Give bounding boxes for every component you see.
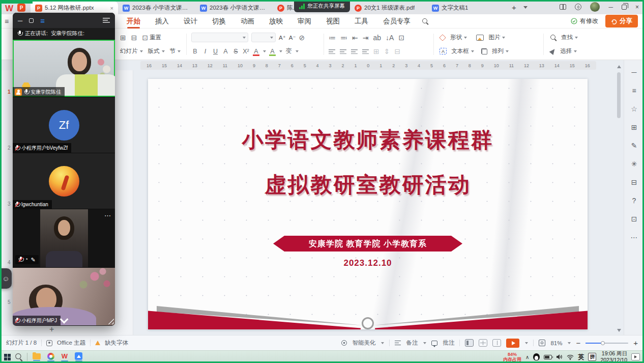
new-slide-plus-button[interactable]: + (49, 325, 54, 334)
smart-beautify-button[interactable]: 智能美化 (352, 339, 375, 347)
bullets-list-icon[interactable]: ≔ (329, 34, 336, 41)
document-tab[interactable]: P20文1 班级课表.pdf (350, 2, 427, 14)
font-style-a[interactable]: A (222, 48, 229, 55)
start-button[interactable] (4, 354, 11, 360)
slide-thumbnail-number[interactable]: 2 (8, 145, 11, 151)
text-direction-icon[interactable]: ab (373, 34, 381, 41)
font-name-select[interactable] (191, 33, 248, 42)
participant-tile[interactable]: lgwchuntian (13, 153, 115, 209)
properties-icon[interactable]: ≡ (632, 87, 636, 95)
menu-tab-开始[interactable]: 开始 (126, 15, 141, 28)
resize-handle[interactable] (107, 318, 114, 324)
font-style-s[interactable]: S (232, 48, 240, 55)
document-tab[interactable]: W文字文稿1 (427, 2, 505, 14)
meeting-minimize-icon[interactable]: ─ (18, 17, 22, 24)
taskbar-app-wps[interactable]: W (61, 353, 68, 361)
reader-icon[interactable]: ⊟ (631, 178, 637, 186)
menu-tab-会员专享[interactable]: 会员专享 (383, 15, 411, 28)
slide-banner[interactable]: 安康学院 教育学院 小学教育系 (273, 236, 462, 252)
transition-icon[interactable]: ⊞ (631, 123, 637, 131)
menu-tab-动画[interactable]: 动画 (240, 15, 255, 28)
menu-tab-切换[interactable]: 切换 (212, 15, 226, 28)
close-tab-icon[interactable]: × (110, 5, 113, 11)
slide-date[interactable]: 2023.12.10 (148, 258, 588, 268)
slide-title-line1[interactable]: 小学语文教师素养课程群 (148, 126, 588, 154)
section-button[interactable]: 节 (170, 47, 181, 55)
main-menu-icon[interactable]: ≡ (5, 17, 9, 25)
fit-slide-icon[interactable] (539, 340, 545, 346)
share-button[interactable]: 分享 (605, 15, 638, 27)
tab-list-dropdown-icon[interactable] (523, 6, 528, 9)
zoom-slider-knob[interactable] (601, 341, 605, 345)
theme-label[interactable]: Office 主题 (57, 339, 85, 347)
slide-thumbnail-number[interactable]: 3 (8, 201, 11, 207)
slide-layout-button[interactable]: 版式 (148, 47, 165, 55)
modified-status[interactable]: 有修改 (571, 17, 598, 25)
wps-logo[interactable]: W (5, 4, 13, 13)
document-tab[interactable]: W2023春 小学语文课程与教 (118, 2, 195, 14)
meeting-titlebar[interactable]: ─ ≡ (13, 13, 115, 28)
font-color-button[interactable]: A (252, 48, 260, 55)
align-right-icon[interactable] (351, 49, 358, 54)
slide-sorter-view-button[interactable] (479, 339, 487, 347)
slide-title-line2[interactable]: 虚拟教研室教研活动 (148, 171, 588, 199)
font-style-x²[interactable]: X² (242, 48, 250, 55)
meeting-reactions-button[interactable]: ☺ (0, 268, 12, 289)
presentation-app-icon[interactable]: P (17, 4, 25, 12)
battery-icon[interactable] (544, 355, 552, 359)
help-icon[interactable]: ? (632, 197, 636, 205)
docer-icon[interactable] (575, 4, 581, 10)
align-center-icon[interactable] (340, 49, 346, 54)
shrink-font-button[interactable]: A⁻ (289, 34, 296, 41)
participant-tile[interactable]: 小程序用户MPJ (13, 267, 115, 325)
meeting-participant-list-icon[interactable]: ≡ (40, 16, 45, 25)
normal-view-button[interactable] (465, 339, 474, 347)
insert-picture-button[interactable]: 图片 (476, 34, 505, 41)
slide-canvas[interactable]: 小学语文教师素养课程群 虚拟教研室教研活动 安康学院 教育学院 小学教育系 20… (148, 79, 588, 329)
scroll-up-icon[interactable] (617, 65, 621, 68)
reading-view-button[interactable] (492, 339, 501, 347)
media-overlay-icon[interactable] (631, 353, 640, 360)
menu-tab-设计[interactable]: 设计 (183, 15, 198, 28)
taskbar-app-file-explorer[interactable] (33, 353, 41, 361)
ime-mode-indicator[interactable]: 拼 (588, 353, 596, 361)
font-size-select[interactable] (251, 33, 276, 42)
indent-decrease-icon[interactable]: ⇤ (352, 34, 358, 41)
user-avatar[interactable] (590, 2, 600, 12)
close-button[interactable]: × (635, 4, 639, 10)
meeting-layout-switch-icon[interactable] (103, 18, 110, 23)
participant-tile[interactable]: ⋯*✎ (13, 209, 115, 267)
taskbar-clock[interactable]: 19:06 周日2023/12/10 (600, 350, 627, 363)
participant-tile[interactable]: 安康学院陈佳 (13, 39, 115, 97)
qq-tray-icon[interactable] (533, 353, 540, 360)
document-tab[interactable]: W2023春 小学语文课程与教 (195, 2, 273, 14)
layout-icon[interactable]: ⊟ (131, 34, 137, 41)
zoom-slider[interactable] (586, 343, 628, 344)
menu-tab-插入[interactable]: 插入 (155, 15, 169, 28)
wifi-icon[interactable] (567, 354, 574, 360)
search-icon[interactable] (422, 18, 428, 24)
font-style-i[interactable]: I (201, 48, 209, 55)
more-options-icon[interactable]: ⋯ (104, 212, 111, 219)
memory-usage[interactable]: 84%内存占用 (503, 352, 521, 362)
slide-thumbnail-number[interactable]: 5 (8, 299, 11, 305)
arrange-button[interactable]: 排列 (481, 47, 509, 55)
font-style-b[interactable]: B (191, 48, 199, 55)
beautify-icon[interactable]: ✳ (631, 160, 637, 168)
scrollbar-thumb[interactable] (617, 72, 621, 118)
notes-button[interactable]: 备注 (406, 339, 418, 347)
missing-font-warning[interactable]: 缺失字体 (105, 339, 128, 347)
select-button[interactable]: 选择 (550, 47, 577, 55)
new-tab-button[interactable]: + (512, 4, 516, 11)
slide-thumbnail-number[interactable]: 1 (8, 89, 11, 95)
indent-increase-icon[interactable]: ⇥ (363, 34, 369, 41)
smartart-convert-icon[interactable]: ⊡ (398, 34, 404, 41)
pinyin-guide-button[interactable]: 变 (285, 47, 292, 55)
line-spacing-icon[interactable]: ⇕ (384, 48, 390, 55)
new-slide-button[interactable]: 幻灯片 (120, 47, 143, 55)
more-icon[interactable]: ⋯ (631, 233, 638, 241)
split-view-icon[interactable] (560, 4, 566, 10)
insert-shape-button[interactable]: 形状 (440, 34, 467, 41)
meeting-window[interactable]: ─ ≡ 正在讲话: 安康学院陈佳: 安康学院陈佳Zf小程序用户bVeyfwZfl… (13, 13, 115, 326)
zoom-out-button[interactable]: − (576, 339, 580, 347)
